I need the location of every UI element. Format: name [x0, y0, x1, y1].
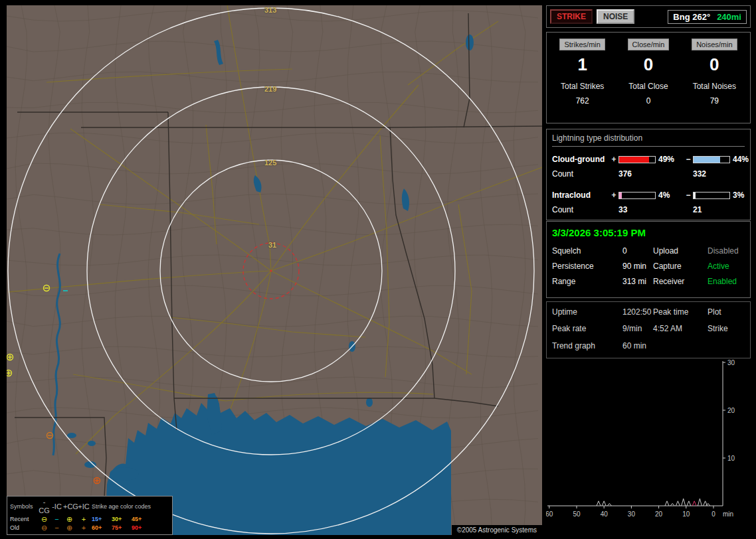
plus-sign: +	[609, 155, 618, 164]
total-strikes-value: 762	[549, 96, 615, 106]
neg-cg-old-icon: ⊖	[38, 524, 50, 532]
trend-spikes	[597, 499, 710, 506]
trend-ticks	[549, 362, 725, 508]
minus-sign: −	[684, 191, 693, 200]
pos-ic-old-icon: +	[76, 524, 92, 532]
dist-row-1-plus-fill	[619, 193, 622, 198]
neg-cg-recent-icon: ⊖	[38, 515, 50, 524]
map-view[interactable]: 313 219 125 31 Symbols -CG -IC +CG +IC S…	[7, 5, 542, 535]
svg-text:10: 10	[682, 510, 690, 518]
ic-plus-count: 33	[618, 205, 684, 214]
range-label: Range	[552, 277, 622, 286]
svg-text:10: 10	[727, 455, 735, 462]
legend-row-1: Old ⊖ − ⊕ + 60+ 75+ 90+	[10, 524, 169, 532]
close-per-min-chip: Close/min	[628, 38, 670, 50]
status-value2-1: Active	[708, 262, 745, 271]
cg-plus-count: 376	[618, 169, 684, 179]
status-panel: 3/3/2026 3:05:19 PM Squelch 0 Upload Dis…	[546, 221, 751, 298]
neg-ic-old-icon: −	[50, 524, 63, 532]
svg-text:20: 20	[727, 407, 735, 414]
dist-row-0-plus-fill	[619, 157, 649, 163]
legend-age-header: Strike age color codes	[92, 502, 154, 511]
legend-row-label: Old	[10, 524, 38, 532]
plot-label: Plot	[708, 307, 745, 317]
total-noises-label: Total Noises	[682, 82, 747, 91]
legend-col-pos-ic: +IC	[76, 502, 92, 511]
cloud-ground-row: Cloud-ground + 49% − 44%	[552, 152, 745, 167]
pos-ic-recent-icon: +	[76, 515, 92, 524]
cloud-ground-count-row: Count 376 332	[552, 167, 745, 181]
plus-sign: +	[609, 191, 618, 200]
persistence-label: Persistence	[552, 262, 622, 271]
strikes-per-min-value: 1	[549, 54, 615, 75]
ic-minus-pct: 3%	[730, 191, 745, 200]
peak-rate-value: 9/min	[622, 324, 653, 333]
peak-rate-label: Peak rate	[552, 324, 622, 333]
noise-mode-button[interactable]: NOISE	[597, 9, 634, 24]
range-ring-label-125: 125	[264, 159, 276, 167]
squelch-value: 0	[622, 246, 653, 256]
age-code: 75+	[112, 524, 132, 532]
trend-graph-label: Trend graph	[552, 341, 622, 350]
detector-location	[270, 270, 272, 271]
side-panel: STRIKE NOISE Bng 262° 240mi Strikes/min …	[546, 5, 751, 535]
total-close-label: Total Close	[615, 82, 681, 91]
cloud-ground-label: Cloud-ground	[552, 155, 609, 164]
intracloud-count-row: Count 33 21	[552, 202, 745, 217]
trend-graph-window: 60 min	[622, 341, 646, 350]
bearing-range: 240mi	[717, 12, 741, 22]
noises-per-min-chip: Noises/min	[692, 38, 737, 50]
svg-text:30: 30	[628, 510, 636, 518]
intracloud-row: Intracloud + 4% − 3%	[552, 188, 745, 202]
cg-minus-pct: 44%	[730, 155, 749, 164]
dist-row-0-minus-fill	[694, 157, 720, 163]
trend-graph-panel: 6050403020100302010min	[546, 360, 751, 535]
age-code: 90+	[132, 524, 154, 532]
strike-mode-button[interactable]: STRIKE	[550, 9, 593, 24]
total-close-value: 0	[615, 96, 681, 106]
legend-col-pos-cg: +CG	[63, 502, 76, 511]
cg-minus-count: 332	[693, 169, 745, 179]
status-value2-0: Disabled	[708, 246, 745, 256]
bearing-label: Bng 262°	[673, 12, 710, 22]
svg-text:30: 30	[727, 360, 735, 366]
legend-col-neg-cg: -CG	[38, 498, 50, 515]
age-code: 30+	[112, 515, 132, 524]
datetime: 3/3/2026 3:05:19 PM	[552, 227, 745, 238]
range-ring-label-31: 31	[268, 241, 276, 249]
uptime-value: 1202:50	[622, 307, 653, 317]
legend-col-neg-ic: -IC	[50, 502, 63, 511]
svg-text:min: min	[723, 510, 733, 518]
age-code: 15+	[92, 515, 112, 524]
cg-minus-bar	[693, 156, 730, 163]
stat-strikes: Strikes/min 1 Total Strikes 762	[549, 38, 615, 117]
age-code: 45+	[132, 515, 154, 524]
total-strikes-label: Total Strikes	[549, 82, 615, 91]
stats-panel: Strikes/min 1 Total Strikes 762 Close/mi…	[546, 32, 751, 123]
stat-close: Close/min 0 Total Close 0	[615, 38, 681, 117]
copyright-text: ©2005 Astrogenic Systems	[452, 525, 542, 535]
trend-axes	[547, 361, 723, 506]
distribution-panel: Lightning type distribution Cloud-ground…	[546, 129, 751, 220]
receiver-label: Receiver	[653, 277, 708, 286]
svg-text:0: 0	[711, 510, 715, 518]
plot-value: Strike	[708, 324, 745, 333]
ic-plus-bar	[618, 192, 656, 199]
legend-row-label: Recent	[10, 515, 38, 524]
pos-cg-recent-icon: ⊕	[63, 515, 76, 524]
capture-label: Capture	[653, 262, 708, 271]
stat-noises: Noises/min 0 Total Noises 79	[682, 38, 747, 117]
cg-plus-pct: 49%	[656, 155, 684, 164]
age-code: 60+	[92, 524, 112, 532]
mode-header: STRIKE NOISE Bng 262° 240mi	[546, 5, 751, 28]
info-panel: Uptime 1202:50 Peak time Plot Peak rate …	[546, 301, 751, 358]
legend-row-0: Recent ⊖ − ⊕ + 15+ 30+ 45+	[10, 515, 169, 524]
ic-plus-pct: 4%	[656, 191, 684, 200]
neg-ic-recent-icon: −	[50, 515, 63, 524]
map-legend: Symbols -CG -IC +CG +IC Strike age color…	[7, 496, 173, 535]
ic-minus-bar	[693, 192, 730, 199]
distribution-title: Lightning type distribution	[552, 133, 745, 147]
intracloud-label: Intracloud	[552, 191, 609, 200]
peak-time-value: 4:52 AM	[653, 324, 708, 333]
ic-minus-count: 21	[693, 205, 745, 214]
